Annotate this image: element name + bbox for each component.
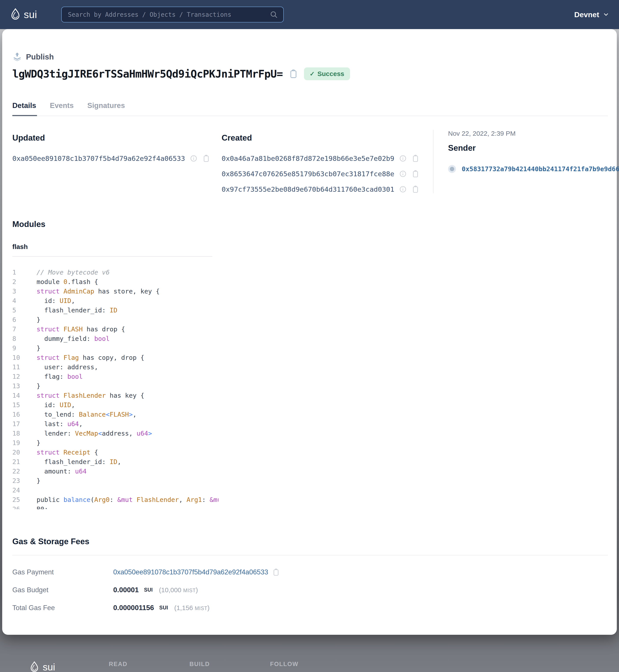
copy-address-icon[interactable]: [411, 170, 419, 178]
code-text: lender: VecMap<address, u64>: [37, 429, 152, 438]
code-line: 23}: [12, 476, 218, 486]
gas-row: Total Gas Fee0.000001156SUI(1,156 MIST): [12, 604, 608, 612]
status-badge: ✓ Success: [304, 67, 350, 80]
line-number: 14: [12, 391, 23, 400]
code-line: 22 amount: u64: [12, 467, 218, 476]
copy-address-icon[interactable]: [411, 154, 419, 162]
code-text: struct FLASH has drop {: [37, 325, 125, 334]
code-line: 9}: [12, 343, 218, 353]
line-number: 17: [12, 419, 23, 429]
object-address-row: 0x97cf73555e2be08d9e670b64d311760e3cad03…: [222, 185, 433, 193]
line-number: 18: [12, 429, 23, 438]
line-number: 19: [12, 438, 23, 448]
code-line: 8 dummy_field: bool: [12, 334, 218, 343]
search-input[interactable]: [61, 7, 284, 22]
sender-row: 0x58317732a79b421440bb241174f21fa7b9e9d6…: [448, 165, 619, 173]
sui-unit: SUI: [144, 587, 153, 593]
code-text: last: u64,: [37, 419, 83, 429]
copy-address-icon[interactable]: [202, 154, 210, 162]
object-address-row: 0x0a46a7a81be0268f87d872e198b66e3e5e7e02…: [222, 154, 433, 162]
code-line: 26B0:: [12, 505, 218, 509]
chevron-down-icon: [603, 11, 609, 18]
search-icon[interactable]: [270, 10, 278, 19]
copy-address-icon[interactable]: [411, 185, 419, 193]
transaction-hash-row: lgWDQ3tigJIRE6rTSSaHmHWr5Qd9iQcPKJniPTMr…: [12, 67, 608, 80]
object-address-row: 0x8653647c076265e85179b63cb07ec31817fce8…: [222, 170, 433, 178]
page-footer: sui ©2022 Sui All rights reserved READBl…: [0, 635, 619, 672]
info-icon[interactable]: [399, 155, 407, 162]
code-text: id: UID,: [37, 400, 75, 410]
modules-title: Modules: [12, 220, 608, 229]
code-line: 16 to_lend: Balance<FLASH>,: [12, 410, 218, 419]
code-text: B0:: [37, 505, 48, 509]
info-icon[interactable]: [399, 186, 407, 193]
module-source-code: 1// Move bytecode v62module 0.flash {3st…: [12, 268, 218, 509]
tab-bar: DetailsEventsSignatures: [12, 102, 608, 116]
line-number: 2: [12, 277, 23, 287]
network-selector[interactable]: Devnet: [574, 10, 609, 19]
created-title: Created: [222, 133, 433, 143]
line-number: 23: [12, 476, 23, 486]
code-line: 19}: [12, 438, 218, 448]
code-text: public balance(Arg0: &mut FlashLender, A…: [37, 495, 218, 505]
object-address-row: 0xa050ee891078c1b3707f5b4d79a62e92f4a065…: [12, 154, 222, 162]
footer-link-columns: READBlogWhitepaperBUILDDocsGitHubDiscord…: [109, 661, 351, 672]
footer-column-build: BUILDDocsGitHubDiscord: [190, 661, 270, 672]
line-number: 10: [12, 353, 23, 362]
code-text: module 0.flash {: [37, 277, 98, 287]
tab-events[interactable]: Events: [50, 102, 74, 116]
copy-hash-icon[interactable]: [289, 69, 298, 79]
footer-logo-column: sui ©2022 Sui All rights reserved: [29, 661, 109, 672]
info-icon[interactable]: [190, 155, 197, 162]
gas-row: Gas Budget0.00001SUI(10,000 MIST): [12, 586, 608, 594]
brand-name: sui: [24, 9, 37, 20]
sui-droplet-icon: [10, 8, 21, 21]
mist-amount: (10,000 MIST): [159, 586, 198, 594]
sender-address-link[interactable]: 0x58317732a79b421440bb241174f21fa7b9e9d6…: [462, 165, 619, 173]
code-line: 6}: [12, 315, 218, 325]
sui-unit: SUI: [159, 605, 168, 611]
details-section: Updated 0xa050ee891078c1b3707f5b4d79a62e…: [12, 130, 608, 193]
line-number: 22: [12, 467, 23, 476]
object-address-link[interactable]: 0xa050ee891078c1b3707f5b4d79a62e92f4a065…: [12, 154, 185, 162]
code-text: id: UID,: [37, 296, 75, 306]
code-text: }: [37, 343, 40, 353]
tab-signatures[interactable]: Signatures: [87, 102, 126, 116]
code-text: }: [37, 315, 40, 325]
code-text: }: [37, 381, 40, 391]
line-number: 12: [12, 372, 23, 381]
tab-details[interactable]: Details: [12, 102, 37, 116]
copy-address-icon[interactable]: [272, 568, 280, 576]
object-address-link[interactable]: 0x8653647c076265e85179b63cb07ec31817fce8…: [222, 170, 394, 178]
code-text: [37, 486, 40, 495]
footer-column-follow: FOLLOWPressTwitterLinkedIn: [270, 661, 351, 672]
code-text: amount: u64: [37, 467, 86, 476]
gas-row: Gas Payment0xa050ee891078c1b3707f5b4d79a…: [12, 568, 608, 576]
code-text: }: [37, 476, 40, 486]
transaction-type: Publish: [12, 52, 608, 62]
network-label: Devnet: [574, 10, 599, 19]
object-address-link[interactable]: 0x97cf73555e2be08d9e670b64d311760e3cad03…: [222, 185, 394, 193]
code-line: 12 flag: bool: [12, 372, 218, 381]
gas-section: Gas & Storage Fees Gas Payment0xa050ee89…: [12, 537, 608, 612]
transaction-timestamp: Nov 22, 2022, 2:39 PM: [448, 130, 619, 137]
module-tab-flash[interactable]: flash: [12, 243, 28, 256]
line-number: 16: [12, 410, 23, 419]
footer-brand-name: sui: [43, 662, 55, 672]
sender-avatar: [448, 165, 456, 173]
code-text: }: [37, 438, 40, 448]
code-line: 4 id: UID,: [12, 296, 218, 306]
line-number: 21: [12, 457, 23, 467]
line-number: 15: [12, 400, 23, 410]
gas-payment-address-link[interactable]: 0xa050ee891078c1b3707f5b4d79a62e92f4a065…: [113, 568, 268, 576]
footer-sui-logo[interactable]: sui: [29, 661, 109, 672]
gas-row-label: Total Gas Fee: [12, 604, 113, 612]
info-icon[interactable]: [399, 170, 407, 178]
code-text: struct Flag has copy, drop {: [37, 353, 144, 362]
line-number: 7: [12, 325, 23, 334]
footer-column-read: READBlogWhitepaper: [109, 661, 190, 672]
sui-logo[interactable]: sui: [10, 8, 37, 21]
object-address-link[interactable]: 0x0a46a7a81be0268f87d872e198b66e3e5e7e02…: [222, 154, 394, 162]
code-line: 2module 0.flash {: [12, 277, 218, 287]
gas-divider: [12, 555, 608, 555]
